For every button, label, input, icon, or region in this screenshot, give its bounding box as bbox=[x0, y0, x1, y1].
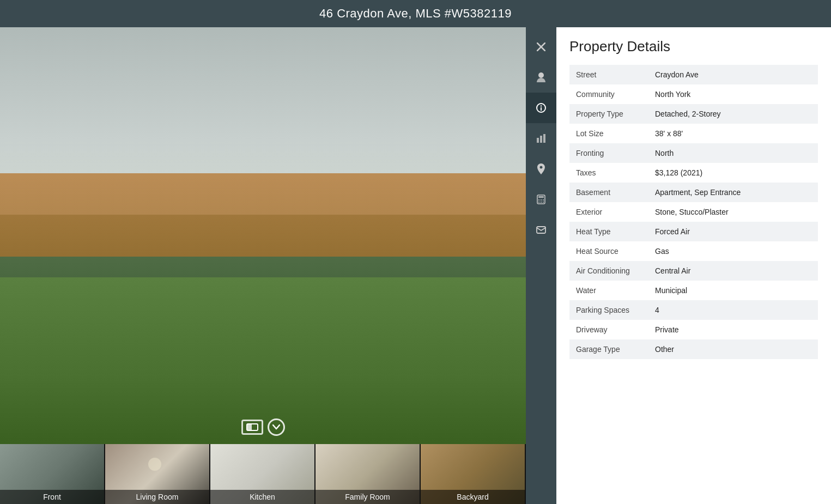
detail-value: Central Air bbox=[648, 261, 818, 281]
detail-label: Taxes bbox=[569, 163, 648, 183]
scroll-icon bbox=[241, 420, 263, 435]
main-layout: Front Living Room Kitchen Family Room bbox=[0, 27, 831, 504]
table-row: BasementApartment, Sep Entrance bbox=[569, 183, 818, 202]
detail-label: Lot Size bbox=[569, 124, 648, 143]
table-row: DrivewayPrivate bbox=[569, 320, 818, 339]
thumbnail-front[interactable]: Front bbox=[0, 444, 105, 504]
thumb-label-front: Front bbox=[0, 490, 104, 504]
table-row: Property TypeDetached, 2-Storey bbox=[569, 104, 818, 124]
page-header: 46 Craydon Ave, MLS #W5382119 bbox=[0, 0, 831, 27]
svg-rect-7 bbox=[537, 138, 539, 143]
detail-value: Detached, 2-Storey bbox=[648, 104, 818, 124]
detail-label: Exterior bbox=[569, 202, 648, 222]
thumbnail-family-room[interactable]: Family Room bbox=[316, 444, 421, 504]
svg-point-2 bbox=[148, 458, 161, 471]
person-button[interactable] bbox=[526, 62, 556, 93]
detail-label: Water bbox=[569, 281, 648, 300]
thumbnail-backyard[interactable]: Backyard bbox=[421, 444, 526, 504]
building-button[interactable] bbox=[526, 123, 556, 154]
svg-rect-5 bbox=[541, 107, 542, 111]
detail-label: Community bbox=[569, 84, 648, 104]
scroll-indicator bbox=[241, 418, 285, 436]
svg-point-12 bbox=[538, 199, 539, 201]
detail-value: Craydon Ave bbox=[648, 65, 818, 84]
thumb-label-family: Family Room bbox=[316, 490, 420, 504]
svg-point-3 bbox=[538, 72, 544, 78]
table-row: Heat SourceGas bbox=[569, 241, 818, 261]
details-table: StreetCraydon AveCommunityNorth YorkProp… bbox=[569, 65, 818, 359]
table-row: FrontingNorth bbox=[569, 143, 818, 163]
detail-value: 4 bbox=[648, 300, 818, 320]
svg-point-15 bbox=[538, 202, 539, 203]
thumb-label-backyard: Backyard bbox=[421, 490, 525, 504]
detail-label: Heat Type bbox=[569, 222, 648, 241]
fence-layer bbox=[0, 173, 526, 257]
detail-label: Parking Spaces bbox=[569, 300, 648, 320]
detail-label: Heat Source bbox=[569, 241, 648, 261]
svg-rect-11 bbox=[538, 196, 544, 198]
detail-value: Stone, Stucco/Plaster bbox=[648, 202, 818, 222]
thumbnail-strip: Front Living Room Kitchen Family Room bbox=[0, 444, 526, 504]
detail-label: Property Type bbox=[569, 104, 648, 124]
thumbnail-kitchen[interactable]: Kitchen bbox=[210, 444, 316, 504]
detail-label: Fronting bbox=[569, 143, 648, 163]
svg-point-13 bbox=[541, 199, 542, 201]
location-button[interactable] bbox=[526, 154, 556, 184]
svg-point-17 bbox=[543, 202, 544, 203]
table-row: CommunityNorth York bbox=[569, 84, 818, 104]
thumb-label-kitchen: Kitchen bbox=[210, 490, 314, 504]
property-panel: Property Details StreetCraydon AveCommun… bbox=[556, 27, 831, 504]
mail-button[interactable] bbox=[526, 215, 556, 245]
detail-value: Apartment, Sep Entrance bbox=[648, 183, 818, 202]
svg-point-6 bbox=[541, 105, 542, 106]
sidebar-icons bbox=[526, 27, 556, 504]
table-row: StreetCraydon Ave bbox=[569, 65, 818, 84]
calculator-button[interactable] bbox=[526, 184, 556, 215]
detail-value: Gas bbox=[648, 241, 818, 261]
detail-value: Forced Air bbox=[648, 222, 818, 241]
table-row: Air ConditioningCentral Air bbox=[569, 261, 818, 281]
property-details-title: Property Details bbox=[569, 38, 818, 55]
table-row: WaterMunicipal bbox=[569, 281, 818, 300]
image-section: Front Living Room Kitchen Family Room bbox=[0, 27, 526, 504]
detail-label: Driveway bbox=[569, 320, 648, 339]
table-row: Parking Spaces4 bbox=[569, 300, 818, 320]
detail-value: North York bbox=[648, 84, 818, 104]
svg-rect-8 bbox=[540, 136, 542, 143]
thumb-label-living: Living Room bbox=[105, 490, 209, 504]
detail-value: North bbox=[648, 143, 818, 163]
table-row: ExteriorStone, Stucco/Plaster bbox=[569, 202, 818, 222]
table-row: Garage TypeOther bbox=[569, 339, 818, 359]
detail-value: Private bbox=[648, 320, 818, 339]
detail-value: 38' x 88' bbox=[648, 124, 818, 143]
table-row: Heat TypeForced Air bbox=[569, 222, 818, 241]
detail-value: Municipal bbox=[648, 281, 818, 300]
table-row: Lot Size38' x 88' bbox=[569, 124, 818, 143]
detail-value: $3,128 (2021) bbox=[648, 163, 818, 183]
thumbnail-living-room[interactable]: Living Room bbox=[105, 444, 210, 504]
svg-point-16 bbox=[541, 202, 542, 203]
page-title: 46 Craydon Ave, MLS #W5382119 bbox=[319, 7, 512, 20]
detail-label: Air Conditioning bbox=[569, 261, 648, 281]
detail-label: Basement bbox=[569, 183, 648, 202]
close-button[interactable] bbox=[526, 32, 556, 62]
right-section: Property Details StreetCraydon AveCommun… bbox=[526, 27, 831, 504]
table-row: Taxes$3,128 (2021) bbox=[569, 163, 818, 183]
detail-label: Garage Type bbox=[569, 339, 648, 359]
svg-point-14 bbox=[543, 199, 544, 201]
svg-rect-1 bbox=[247, 424, 252, 430]
info-button[interactable] bbox=[526, 93, 556, 123]
chevron-down-icon[interactable] bbox=[268, 418, 285, 436]
main-photo[interactable] bbox=[0, 27, 526, 444]
detail-label: Street bbox=[569, 65, 648, 84]
svg-rect-9 bbox=[543, 134, 545, 143]
detail-value: Other bbox=[648, 339, 818, 359]
